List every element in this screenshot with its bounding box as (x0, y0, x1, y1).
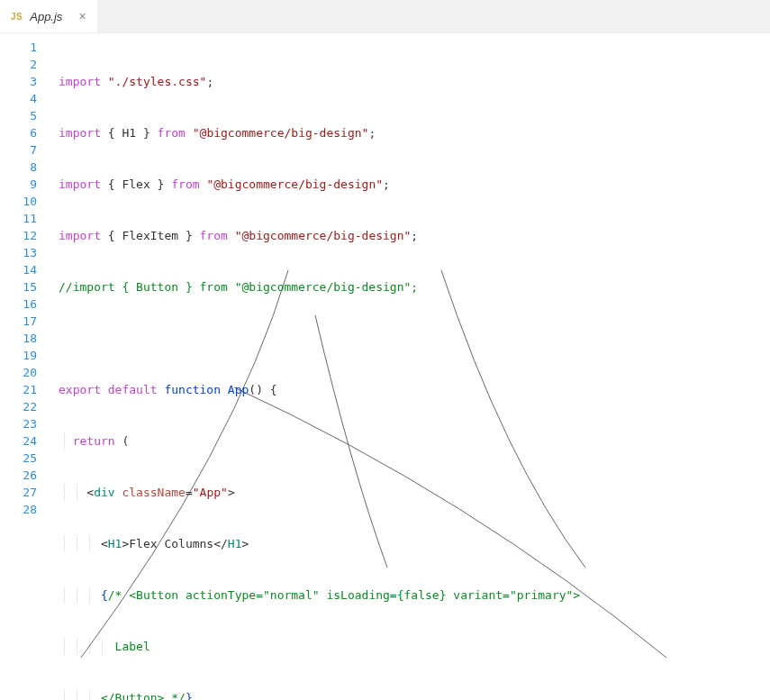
code-token: return (73, 434, 122, 448)
line-number: 13 (0, 244, 37, 261)
code-token: import (59, 75, 108, 88)
code-token: className (122, 486, 185, 499)
line-number: 7 (0, 141, 37, 159)
code-token: from (171, 177, 206, 191)
code-token: import (59, 126, 108, 140)
code-token: /* <Button actionType="normal" isLoading… (108, 588, 580, 602)
code-token: ( (122, 434, 129, 448)
code-token: div (94, 486, 122, 499)
code-token: "@bigcommerce/big-design" (193, 126, 369, 140)
line-number: 26 (0, 467, 37, 484)
code-token: Label (59, 640, 150, 653)
code-token: { Flex } (108, 177, 171, 191)
line-number: 15 (0, 278, 37, 295)
code-token: ; (383, 177, 390, 191)
editor-tab[interactable]: JS App.js × (0, 0, 97, 32)
line-number: 27 (0, 484, 37, 501)
line-number: 12 (0, 227, 37, 244)
js-file-icon: JS (11, 12, 23, 22)
code-token (59, 588, 101, 602)
line-number: 17 (0, 313, 37, 330)
code-editor[interactable]: 1 2 3 4 5 6 7 8 9 10 11 12 13 14 15 16 1… (0, 32, 770, 700)
line-number: 16 (0, 295, 37, 313)
close-icon[interactable]: × (78, 9, 86, 23)
code-token (59, 486, 86, 499)
code-token: { FlexItem } (108, 229, 200, 242)
code-token: > (228, 486, 235, 499)
code-token: "@bigcommerce/big-design" (206, 177, 383, 191)
code-token: </ (213, 537, 228, 550)
line-number: 5 (0, 107, 37, 124)
code-token: < (86, 486, 94, 499)
line-number: 1 (0, 39, 37, 56)
code-token: //import { Button } from "@bigcommerce/b… (59, 280, 418, 294)
line-number: 21 (0, 381, 37, 398)
line-number: 20 (0, 364, 37, 381)
line-number: 3 (0, 73, 37, 90)
line-number: 14 (0, 261, 37, 278)
code-token: App (228, 383, 249, 396)
code-token: "./styles.css" (108, 75, 207, 88)
line-number: 10 (0, 193, 37, 210)
code-token: } (186, 691, 193, 700)
code-token: < (101, 537, 108, 550)
tab-bar-empty (97, 0, 770, 32)
code-token: function (164, 383, 227, 396)
code-token: import (59, 177, 108, 191)
line-gutter: 1 2 3 4 5 6 7 8 9 10 11 12 13 14 15 16 1… (0, 33, 50, 700)
code-token: </Button> */ (59, 691, 186, 700)
code-token: ; (368, 126, 376, 140)
code-token: H1 (108, 537, 122, 550)
code-token (59, 434, 73, 448)
code-token: H1 (228, 537, 242, 550)
code-token: import (59, 229, 108, 242)
code-token: Flex Columns (129, 537, 213, 550)
code-token: ; (206, 75, 213, 88)
code-token: "App" (193, 486, 228, 499)
line-number: 11 (0, 210, 37, 227)
code-token: { H1 } (108, 126, 158, 140)
code-token: = (186, 486, 193, 499)
code-token: { (101, 588, 108, 602)
code-token: ; (411, 229, 418, 242)
line-number: 24 (0, 432, 37, 450)
code-token: from (200, 229, 235, 242)
code-token: from (158, 126, 193, 140)
code-token: "@bigcommerce/big-design" (235, 229, 412, 242)
code-token: () { (249, 383, 276, 396)
line-number: 23 (0, 415, 37, 432)
line-number: 18 (0, 330, 37, 347)
line-number: 9 (0, 176, 37, 193)
line-number: 8 (0, 159, 37, 176)
line-number: 22 (0, 398, 37, 415)
line-number: 2 (0, 56, 37, 73)
tab-filename: App.js (30, 10, 62, 23)
line-number: 4 (0, 90, 37, 107)
line-number: 19 (0, 347, 37, 364)
code-token (59, 537, 101, 550)
code-area[interactable]: import "./styles.css"; import { H1 } fro… (50, 33, 770, 700)
code-token: export default (59, 383, 164, 396)
line-number: 25 (0, 450, 37, 467)
line-number: 28 (0, 501, 37, 518)
tab-bar: JS App.js × (0, 0, 770, 32)
line-number: 6 (0, 124, 37, 141)
code-token: > (242, 537, 249, 550)
